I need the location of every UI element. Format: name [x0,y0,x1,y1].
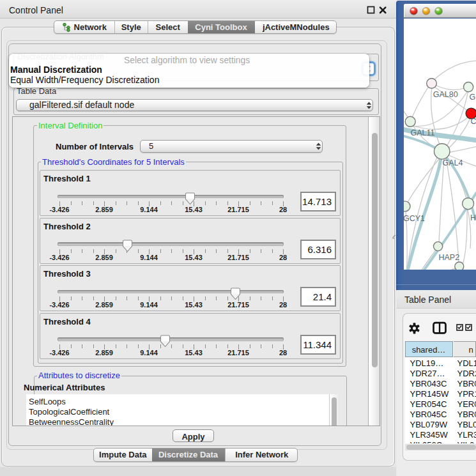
svg-text:GAL80: GAL80 [433,90,457,99]
svg-text:GCY1: GCY1 [404,213,425,222]
svg-text:GAL4: GAL4 [442,158,463,167]
svg-text:C: C [470,116,476,125]
svg-text:GAL11: GAL11 [410,128,434,137]
svg-text:G.: G. [469,92,476,101]
svg-text:HAP2: HAP2 [438,253,459,262]
svg-text:H: H [470,213,476,222]
